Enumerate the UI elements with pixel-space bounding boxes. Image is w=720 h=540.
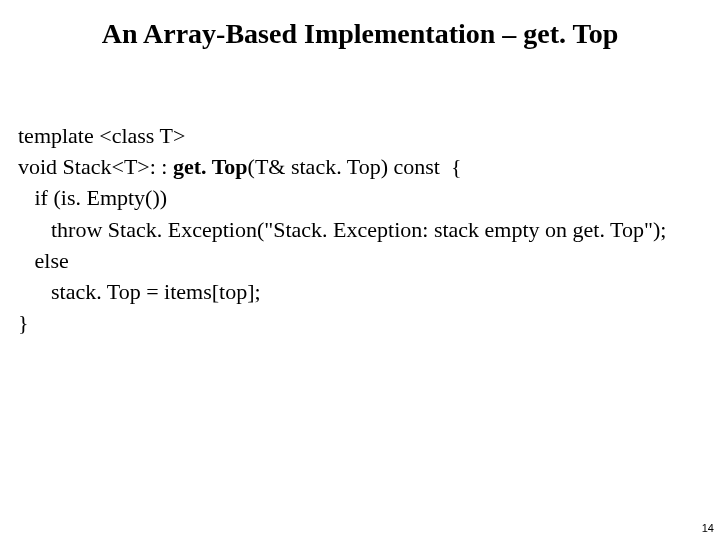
code-block: template <class T> void Stack<T>: : get.… [18, 120, 702, 339]
code-line-3: if (is. Empty()) [18, 185, 167, 210]
code-line-1: template <class T> [18, 123, 185, 148]
code-line-2a: void Stack<T>: : [18, 154, 173, 179]
slide: An Array-Based Implementation – get. Top… [0, 0, 720, 540]
code-line-2b-method: get. Top [173, 154, 248, 179]
slide-title: An Array-Based Implementation – get. Top [0, 18, 720, 50]
page-number: 14 [702, 522, 714, 534]
code-line-7: } [18, 310, 29, 335]
code-line-6: stack. Top = items[top]; [18, 279, 261, 304]
code-line-2c: (T& stack. Top) const { [248, 154, 462, 179]
code-line-5: else [18, 248, 69, 273]
code-line-4: throw Stack. Exception("Stack. Exception… [18, 217, 666, 242]
